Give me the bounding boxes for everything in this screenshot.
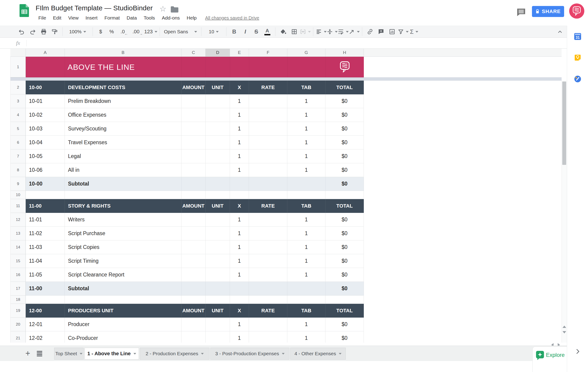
row-header-1[interactable]: 1 xyxy=(10,57,26,77)
cell-B15[interactable]: Script Timing xyxy=(65,254,181,268)
more-formats-button[interactable]: 123 xyxy=(144,27,157,37)
cell-C8[interactable] xyxy=(181,163,206,177)
cell-H11[interactable]: TOTAL xyxy=(326,199,364,213)
cell-F21[interactable] xyxy=(249,331,287,343)
cell-A3[interactable]: 10-01 xyxy=(26,94,65,108)
cell-C21[interactable] xyxy=(181,331,206,343)
cell-D5[interactable] xyxy=(206,122,230,136)
cell-F11[interactable]: RATE xyxy=(249,199,287,213)
cell-A4[interactable]: 10-02 xyxy=(26,108,65,122)
cell-A8[interactable]: 10-06 xyxy=(26,163,65,177)
row-header-15[interactable]: 15 xyxy=(10,254,26,268)
cell-H21[interactable]: $0 xyxy=(326,331,364,343)
cell-E20[interactable]: 1 xyxy=(230,318,249,331)
cell-G18[interactable] xyxy=(287,296,326,304)
menu-tools[interactable]: Tools xyxy=(140,14,158,22)
cell-B10[interactable] xyxy=(65,191,181,199)
cell-C14[interactable] xyxy=(181,240,206,254)
cell-F9[interactable] xyxy=(249,177,287,191)
cell-B11[interactable]: STORY & RIGHTS xyxy=(65,199,181,213)
cell-A2[interactable]: 10-00 xyxy=(26,81,65,94)
cell-E4[interactable]: 1 xyxy=(230,108,249,122)
paint-format-button[interactable] xyxy=(49,27,60,37)
cell-H6[interactable]: $0 xyxy=(326,136,364,149)
cell-C16[interactable] xyxy=(181,268,206,282)
cell-H4[interactable]: $0 xyxy=(326,108,364,122)
row-header-4[interactable]: 4 xyxy=(10,108,26,122)
row-header-5[interactable]: 5 xyxy=(10,122,26,136)
cell-H18[interactable] xyxy=(326,296,364,304)
cell-A20[interactable]: 12-01 xyxy=(26,318,65,331)
row-header-18[interactable]: 18 xyxy=(10,296,26,304)
format-currency-button[interactable]: $ xyxy=(95,27,106,37)
cell-H10[interactable] xyxy=(326,191,364,199)
row-header-21[interactable]: 21 xyxy=(10,331,26,343)
cell-A6[interactable]: 10-04 xyxy=(26,136,65,149)
row-header-9[interactable]: 9 xyxy=(10,177,26,191)
cell-D4[interactable] xyxy=(206,108,230,122)
filter-button[interactable] xyxy=(398,27,409,37)
cell-E17[interactable] xyxy=(230,282,249,296)
cell-C19[interactable]: AMOUNT xyxy=(181,304,206,318)
cell-H8[interactable]: $0 xyxy=(326,163,364,177)
borders-button[interactable] xyxy=(289,27,300,37)
cell-D2[interactable]: UNIT xyxy=(206,81,230,94)
cell-F18[interactable] xyxy=(249,296,287,304)
functions-button[interactable]: Σ xyxy=(409,27,420,37)
cell-A15[interactable]: 11-04 xyxy=(26,254,65,268)
cell-F15[interactable] xyxy=(249,254,287,268)
cell-B6[interactable]: Travel Expenses xyxy=(65,136,181,149)
cell-G15[interactable]: 1 xyxy=(287,254,326,268)
row-header-10[interactable]: 10 xyxy=(10,191,26,199)
cell-F20[interactable] xyxy=(249,318,287,331)
row-header-2[interactable]: 2 xyxy=(10,81,26,94)
row-header-12[interactable]: 12 xyxy=(10,213,26,227)
cell-G17[interactable] xyxy=(287,282,326,296)
vertical-scrollbar-thumb[interactable] xyxy=(562,82,566,165)
cell-D14[interactable] xyxy=(206,240,230,254)
explore-panel[interactable]: Explore xyxy=(532,347,567,372)
folder-icon[interactable] xyxy=(170,6,179,13)
row-header-6[interactable]: 6 xyxy=(10,136,26,149)
cell-H5[interactable]: $0 xyxy=(326,122,364,136)
cell-F17[interactable] xyxy=(249,282,287,296)
bold-button[interactable]: B xyxy=(229,27,240,37)
formula-input[interactable] xyxy=(27,38,567,48)
zoom-select[interactable]: 100% xyxy=(65,27,90,37)
cell-H20[interactable]: $0 xyxy=(326,318,364,331)
keep-icon[interactable] xyxy=(574,54,581,61)
menu-edit[interactable]: Edit xyxy=(50,14,65,22)
cell-C3[interactable] xyxy=(181,94,206,108)
cell-B16[interactable]: Script Clearance Report xyxy=(65,268,181,282)
calendar-icon[interactable]: 31 xyxy=(574,33,581,40)
cell-E10[interactable] xyxy=(230,191,249,199)
cell-B7[interactable]: Legal xyxy=(65,149,181,163)
menu-add-ons[interactable]: Add-ons xyxy=(158,14,183,22)
chevron-down-icon[interactable] xyxy=(339,353,342,355)
row-header-11[interactable]: 11 xyxy=(10,199,26,213)
cell-C20[interactable] xyxy=(181,318,206,331)
cell-E7[interactable]: 1 xyxy=(230,149,249,163)
cell-D18[interactable] xyxy=(206,296,230,304)
cell-G20[interactable]: 1 xyxy=(287,318,326,331)
account-avatar[interactable] xyxy=(569,3,584,19)
cell-A7[interactable]: 10-05 xyxy=(26,149,65,163)
cell-C11[interactable]: AMOUNT xyxy=(181,199,206,213)
column-header-B[interactable]: B xyxy=(65,49,181,57)
cell-B5[interactable]: Survey/Scouting xyxy=(65,122,181,136)
cell-F2[interactable]: RATE xyxy=(249,81,287,94)
cell-G6[interactable]: 1 xyxy=(287,136,326,149)
cell-H2[interactable]: TOTAL xyxy=(326,81,364,94)
column-header-C[interactable]: C xyxy=(181,49,206,57)
cell-D3[interactable] xyxy=(206,94,230,108)
menu-data[interactable]: Data xyxy=(123,14,140,22)
increase-decimal-button[interactable]: .00→ xyxy=(130,27,141,37)
cell-H13[interactable]: $0 xyxy=(326,227,364,240)
cell-A9[interactable]: 10-00 xyxy=(26,177,65,191)
hide-menus-button[interactable] xyxy=(555,28,565,36)
cell-G14[interactable]: 1 xyxy=(287,240,326,254)
select-all-corner[interactable] xyxy=(10,49,26,57)
cell-F10[interactable] xyxy=(249,191,287,199)
format-percent-button[interactable]: % xyxy=(106,27,117,37)
cell-H9[interactable]: $0 xyxy=(326,177,364,191)
